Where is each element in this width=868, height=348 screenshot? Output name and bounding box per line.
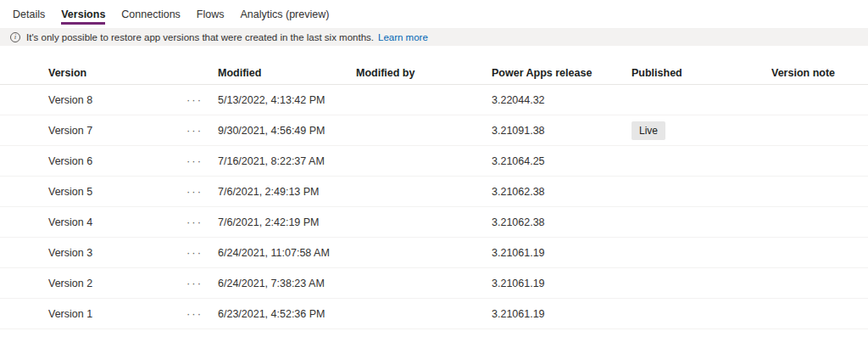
release-cell: 3.21061.19 xyxy=(492,278,632,289)
row-more-menu-button[interactable]: ··· xyxy=(180,154,203,168)
row-more-menu-button[interactable]: ··· xyxy=(180,93,203,107)
column-header-version: Version xyxy=(48,67,180,79)
tab-label: Connections xyxy=(121,8,181,20)
tab-label: Flows xyxy=(197,8,225,20)
modified-cell: 7/6/2021, 2:49:13 PM xyxy=(218,186,356,198)
modified-cell: 6/24/2021, 11:07:58 AM xyxy=(218,247,356,259)
row-more-menu-button[interactable]: ··· xyxy=(180,123,203,138)
release-cell: 3.21061.19 xyxy=(492,308,632,320)
version-cell: Version 2 xyxy=(48,278,180,289)
column-header-modified: Modified xyxy=(218,67,356,79)
table-header-row: Version Modified Modified by Power Apps … xyxy=(0,61,868,85)
tab-label: Versions xyxy=(61,8,105,20)
modified-cell: 6/24/2021, 7:38:23 AM xyxy=(218,278,356,289)
learn-more-link[interactable]: Learn more xyxy=(378,32,428,42)
column-header-modified-by: Modified by xyxy=(356,67,492,79)
row-more-menu-button[interactable]: ··· xyxy=(180,245,203,260)
row-more-menu-button[interactable]: ··· xyxy=(180,184,203,199)
row-more-menu-button[interactable]: ··· xyxy=(180,306,203,321)
version-cell: Version 1 xyxy=(48,308,180,320)
modified-cell: 7/16/2021, 8:22:37 AM xyxy=(218,155,356,167)
version-cell: Version 8 xyxy=(48,94,180,106)
table-row[interactable]: Version 6 ··· 7/16/2021, 8:22:37 AM 3.21… xyxy=(0,146,868,177)
tab-analytics-preview[interactable]: Analytics (preview) xyxy=(241,8,330,26)
version-cell: Version 5 xyxy=(48,186,180,198)
table-row[interactable]: Version 8 ··· 5/13/2022, 4:13:42 PM 3.22… xyxy=(0,85,868,115)
tab-flows[interactable]: Flows xyxy=(197,8,225,26)
version-cell: Version 4 xyxy=(48,216,180,228)
modified-cell: 9/30/2021, 4:56:49 PM xyxy=(218,125,356,137)
release-cell: 3.21062.38 xyxy=(492,216,632,228)
version-cell: Version 7 xyxy=(48,125,180,137)
table-body: Version 8 ··· 5/13/2022, 4:13:42 PM 3.22… xyxy=(0,85,868,329)
tab-details[interactable]: Details xyxy=(13,8,45,26)
release-cell: 3.21062.38 xyxy=(492,186,632,198)
table-row[interactable]: Version 4 ··· 7/6/2021, 2:42:19 PM 3.210… xyxy=(0,207,868,238)
versions-table: Version Modified Modified by Power Apps … xyxy=(0,61,868,329)
modified-cell: 5/13/2022, 4:13:42 PM xyxy=(218,94,356,106)
info-banner: i It's only possible to restore app vers… xyxy=(0,28,868,46)
release-cell: 3.22044.32 xyxy=(492,94,632,106)
release-cell: 3.21061.19 xyxy=(492,247,632,259)
table-row[interactable]: Version 1 ··· 6/23/2021, 4:52:36 PM 3.21… xyxy=(0,299,868,329)
column-header-release: Power Apps release xyxy=(492,67,632,79)
modified-cell: 6/23/2021, 4:52:36 PM xyxy=(218,308,356,320)
table-row[interactable]: Version 7 ··· 9/30/2021, 4:56:49 PM 3.21… xyxy=(0,115,868,146)
row-more-menu-button[interactable]: ··· xyxy=(180,215,203,229)
published-cell: Live xyxy=(632,121,771,140)
modified-cell: 7/6/2021, 2:42:19 PM xyxy=(218,216,356,228)
info-icon: i xyxy=(10,32,20,42)
version-cell: Version 3 xyxy=(48,247,180,259)
tab-bar: Details Versions Connections Flows Analy… xyxy=(0,0,868,26)
column-header-published: Published xyxy=(632,67,771,79)
table-row[interactable]: Version 3 ··· 6/24/2021, 11:07:58 AM 3.2… xyxy=(0,238,868,268)
release-cell: 3.21064.25 xyxy=(492,155,632,167)
tab-versions[interactable]: Versions xyxy=(61,8,105,26)
row-more-menu-button[interactable]: ··· xyxy=(180,276,203,290)
release-cell: 3.21091.38 xyxy=(492,125,632,137)
table-row[interactable]: Version 5 ··· 7/6/2021, 2:49:13 PM 3.210… xyxy=(0,177,868,207)
column-header-note: Version note xyxy=(771,67,868,79)
banner-message: It's only possible to restore app versio… xyxy=(26,32,374,42)
tab-label: Analytics (preview) xyxy=(241,8,330,20)
live-badge: Live xyxy=(632,121,665,140)
tab-label: Details xyxy=(13,8,45,20)
table-row[interactable]: Version 2 ··· 6/24/2021, 7:38:23 AM 3.21… xyxy=(0,268,868,299)
version-cell: Version 6 xyxy=(48,155,180,167)
tab-connections[interactable]: Connections xyxy=(121,8,181,26)
